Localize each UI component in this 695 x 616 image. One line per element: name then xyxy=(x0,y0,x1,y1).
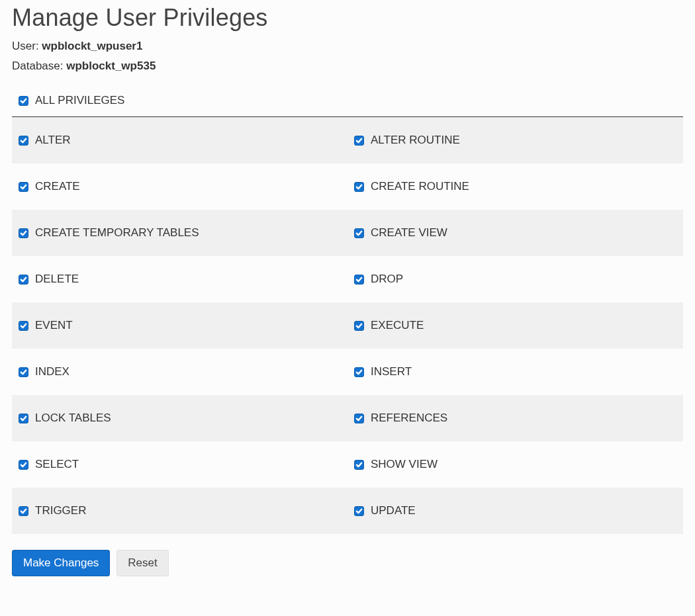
privilege-checkbox[interactable]: SELECT xyxy=(19,458,79,471)
privilege-checkbox[interactable]: INDEX xyxy=(19,365,70,378)
privilege-row: CREATECREATE ROUTINE xyxy=(12,163,683,210)
privilege-checkbox[interactable]: EVENT xyxy=(19,319,73,332)
privilege-cell: UPDATE xyxy=(348,488,683,534)
privilege-row: DELETEDROP xyxy=(12,256,683,302)
check-icon xyxy=(354,460,364,470)
privilege-label: ALTER ROUTINE xyxy=(371,134,460,147)
privilege-row: CREATE TEMPORARY TABLESCREATE VIEW xyxy=(12,210,683,256)
database-line: Database: wpblockt_wp535 xyxy=(12,60,683,73)
privilege-checkbox[interactable]: TRIGGER xyxy=(19,504,86,517)
privilege-cell: LOCK TABLES xyxy=(12,395,348,441)
privilege-row: EVENTEXECUTE xyxy=(12,302,683,349)
privilege-grid: ALTERALTER ROUTINECREATECREATE ROUTINECR… xyxy=(12,117,683,534)
privilege-checkbox[interactable]: DROP xyxy=(354,273,403,286)
check-icon xyxy=(19,414,28,423)
privilege-label: EXECUTE xyxy=(371,319,424,332)
privilege-label: SELECT xyxy=(35,458,79,471)
privilege-checkbox[interactable]: EXECUTE xyxy=(354,319,424,332)
privilege-checkbox[interactable]: LOCK TABLES xyxy=(19,412,111,425)
privilege-cell: TRIGGER xyxy=(12,488,348,534)
privilege-checkbox[interactable]: ALTER ROUTINE xyxy=(354,134,460,147)
privilege-row: LOCK TABLESREFERENCES xyxy=(12,395,683,441)
make-changes-button[interactable]: Make Changes xyxy=(12,550,110,576)
privilege-label: EVENT xyxy=(35,319,73,332)
privilege-label: REFERENCES xyxy=(371,412,447,425)
privilege-checkbox[interactable]: UPDATE xyxy=(354,504,416,517)
check-icon xyxy=(354,367,364,377)
check-icon xyxy=(19,460,28,470)
privilege-label: CREATE TEMPORARY TABLES xyxy=(35,226,199,240)
database-label: Database: xyxy=(12,60,66,72)
privilege-cell: CREATE xyxy=(12,163,348,210)
privilege-cell: INSERT xyxy=(348,349,683,395)
check-icon xyxy=(19,182,28,192)
database-value: wpblockt_wp535 xyxy=(66,60,156,72)
privilege-cell: EVENT xyxy=(12,302,348,349)
privilege-label: ALTER xyxy=(35,134,71,147)
privilege-checkbox[interactable]: CREATE VIEW xyxy=(354,226,447,240)
check-icon xyxy=(19,136,28,146)
check-icon xyxy=(354,275,364,285)
reset-button[interactable]: Reset xyxy=(116,550,168,576)
privilege-cell: CREATE TEMPORARY TABLES xyxy=(12,210,348,256)
privilege-row: TRIGGERUPDATE xyxy=(12,488,683,534)
check-icon xyxy=(354,321,364,331)
privilege-checkbox[interactable]: CREATE xyxy=(19,180,80,193)
check-icon xyxy=(19,321,28,331)
privilege-cell: INDEX xyxy=(12,349,348,395)
privilege-checkbox[interactable]: SHOW VIEW xyxy=(354,458,438,471)
privilege-row: ALTERALTER ROUTINE xyxy=(12,117,683,163)
privilege-checkbox[interactable]: REFERENCES xyxy=(354,412,447,425)
privilege-checkbox[interactable]: DELETE xyxy=(19,273,79,286)
privilege-cell: CREATE VIEW xyxy=(348,210,683,256)
check-icon xyxy=(354,228,364,238)
privilege-label: TRIGGER xyxy=(35,504,86,517)
privilege-checkbox[interactable]: CREATE TEMPORARY TABLES xyxy=(19,226,199,240)
check-icon xyxy=(354,182,364,192)
privilege-label: CREATE ROUTINE xyxy=(371,180,469,193)
privilege-row: SELECTSHOW VIEW xyxy=(12,441,683,488)
privilege-cell: REFERENCES xyxy=(348,395,683,441)
all-privileges-checkbox[interactable]: ALL PRIVILEGES xyxy=(19,94,124,107)
user-label: User: xyxy=(12,40,42,52)
privilege-cell: DELETE xyxy=(12,256,348,302)
user-line: User: wpblockt_wpuser1 xyxy=(12,40,683,53)
check-icon xyxy=(19,506,28,516)
privilege-checkbox[interactable]: ALTER xyxy=(19,134,71,147)
privilege-cell: EXECUTE xyxy=(348,302,683,349)
privilege-label: DELETE xyxy=(35,273,79,286)
privilege-cell: ALTER xyxy=(12,117,348,163)
privilege-label: CREATE VIEW xyxy=(371,226,447,240)
privilege-cell: SELECT xyxy=(12,441,348,488)
privilege-cell: SHOW VIEW xyxy=(348,441,683,488)
privilege-cell: ALTER ROUTINE xyxy=(348,117,683,163)
all-privileges-label: ALL PRIVILEGES xyxy=(35,94,124,107)
page-title: Manage User Privileges xyxy=(12,4,683,32)
privilege-label: CREATE xyxy=(35,180,80,193)
privilege-label: LOCK TABLES xyxy=(35,412,111,425)
check-icon xyxy=(19,228,28,238)
privilege-label: SHOW VIEW xyxy=(371,458,438,471)
privilege-checkbox[interactable]: INSERT xyxy=(354,365,412,378)
privilege-label: INDEX xyxy=(35,365,70,378)
privilege-row: INDEXINSERT xyxy=(12,349,683,395)
privilege-label: DROP xyxy=(371,273,403,286)
privilege-label: INSERT xyxy=(371,365,412,378)
privilege-label: UPDATE xyxy=(371,504,416,517)
check-icon xyxy=(354,414,364,423)
check-icon xyxy=(354,506,364,516)
user-value: wpblockt_wpuser1 xyxy=(42,40,142,52)
privilege-checkbox[interactable]: CREATE ROUTINE xyxy=(354,180,469,193)
privilege-cell: DROP xyxy=(348,256,683,302)
check-icon xyxy=(19,275,28,285)
check-icon xyxy=(19,367,28,377)
privilege-cell: CREATE ROUTINE xyxy=(348,163,683,210)
check-icon xyxy=(354,136,364,146)
check-icon xyxy=(19,96,28,106)
